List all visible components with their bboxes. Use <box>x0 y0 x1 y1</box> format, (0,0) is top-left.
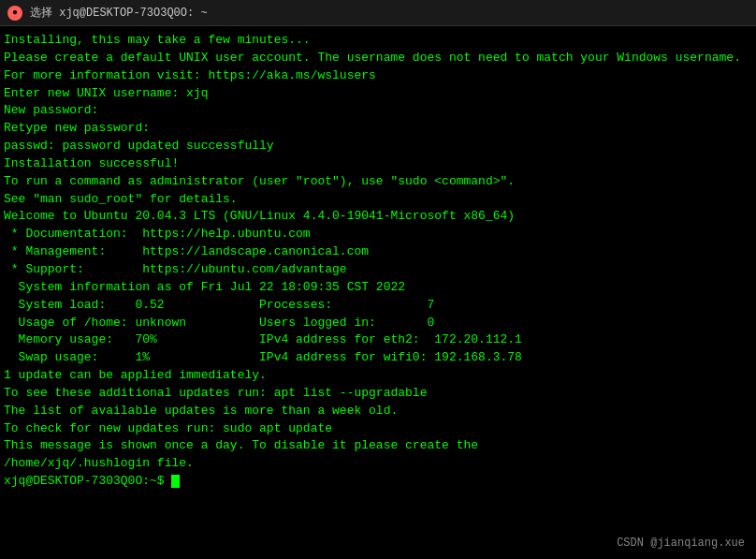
terminal-line: xjq@DESKTOP-7303Q0O:~$ <box>4 473 752 491</box>
terminal-line: For more information visit: https://aka.… <box>4 67 752 85</box>
terminal-line: Please create a default UNIX user accoun… <box>4 50 752 67</box>
terminal-line: Enter new UNIX username: xjq <box>4 85 752 103</box>
window-icon: ● <box>7 6 22 21</box>
terminal-line: Retype new password: <box>4 120 752 138</box>
terminal-line: New password: <box>4 102 752 120</box>
terminal-line: * Management: https://landscape.canonica… <box>4 243 752 261</box>
title-bar-text: 选择 xjq@DESKTOP-73O3Q0O: ~ <box>30 5 208 21</box>
cursor <box>171 475 180 488</box>
terminal-line: To check for new updates run: sudo apt u… <box>4 420 752 438</box>
terminal-line: 1 update can be applied immediately. <box>4 367 752 385</box>
terminal-line: * Support: https://ubuntu.com/advantage <box>4 261 752 279</box>
terminal-line: Swap usage: 1% IPv4 address for wifi0: 1… <box>4 349 752 367</box>
terminal: Installing, this may take a few minutes.… <box>0 26 756 559</box>
terminal-line: To see these additional updates run: apt… <box>4 385 752 403</box>
title-bar: ● 选择 xjq@DESKTOP-73O3Q0O: ~ <box>0 0 756 26</box>
terminal-line: System information as of Fri Jul 22 18:0… <box>4 279 752 297</box>
terminal-line: See "man sudo_root" for details. <box>4 191 752 209</box>
watermark: CSDN @jianqiang.xue <box>617 536 745 552</box>
terminal-line: To run a command as administrator (user … <box>4 173 752 191</box>
terminal-line: Usage of /home: unknown Users logged in:… <box>4 315 752 332</box>
terminal-line: * Documentation: https://help.ubuntu.com <box>4 226 752 243</box>
terminal-line: This message is shown once a day. To dis… <box>4 437 752 455</box>
terminal-line: passwd: password updated successfully <box>4 138 752 155</box>
terminal-line: Welcome to Ubuntu 20.04.3 LTS (GNU/Linux… <box>4 208 752 226</box>
terminal-line: Installation successful! <box>4 155 752 173</box>
terminal-line: Memory usage: 70% IPv4 address for eth2:… <box>4 331 752 349</box>
terminal-line: The list of available updates is more th… <box>4 403 752 420</box>
terminal-line: /home/xjq/.hushlogin file. <box>4 455 752 473</box>
terminal-line: System load: 0.52 Processes: 7 <box>4 297 752 315</box>
terminal-line: Installing, this may take a few minutes.… <box>4 32 752 50</box>
